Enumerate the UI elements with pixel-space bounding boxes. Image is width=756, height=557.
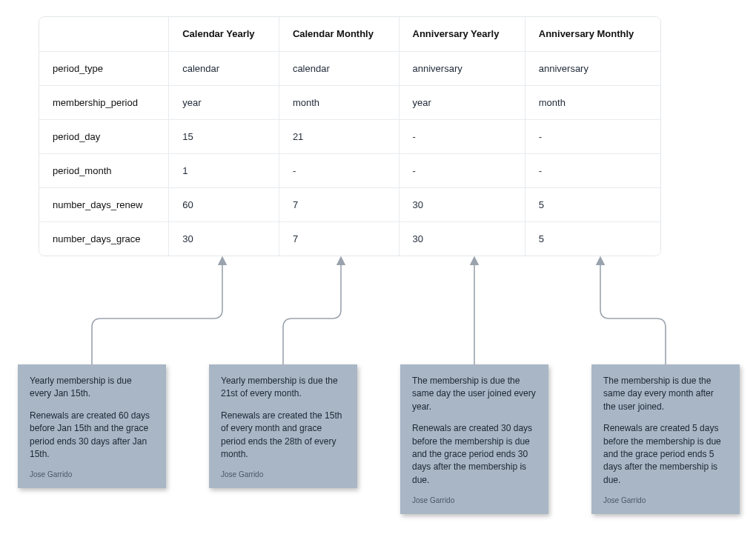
row-label: period_month bbox=[39, 153, 169, 187]
col-header-empty bbox=[39, 17, 169, 51]
col-header-anniversary-yearly: Anniversary Yearly bbox=[399, 17, 525, 51]
cell: anniversary bbox=[399, 51, 525, 85]
col-header-anniversary-monthly: Anniversary Monthly bbox=[525, 17, 660, 51]
cell: - bbox=[399, 119, 525, 153]
cell: 5 bbox=[525, 221, 660, 256]
note-paragraph: Renewals are created 5 days before the m… bbox=[603, 422, 728, 487]
note-paragraph: Renewals are created the 15th of every m… bbox=[221, 410, 345, 461]
note-anniversary-monthly: The membership is due the same day every… bbox=[591, 364, 740, 514]
cell: calendar bbox=[279, 51, 399, 85]
note-calendar-yearly: Yearly membership is due every Jan 15th.… bbox=[18, 364, 166, 488]
table: Calendar Yearly Calendar Monthly Anniver… bbox=[39, 17, 660, 256]
note-author: Jose Garrido bbox=[221, 470, 345, 481]
row-label: period_type bbox=[39, 51, 169, 85]
table-row: period_month 1 - - - bbox=[39, 153, 660, 187]
note-author: Jose Garrido bbox=[603, 496, 728, 507]
cell: anniversary bbox=[525, 51, 660, 85]
note-paragraph: Yearly membership is due every Jan 15th. bbox=[30, 375, 154, 401]
col-header-calendar-monthly: Calendar Monthly bbox=[279, 17, 399, 51]
cell: 5 bbox=[525, 187, 660, 221]
table-row: period_day 15 21 - - bbox=[39, 119, 660, 153]
cell: year bbox=[169, 85, 279, 119]
cell: month bbox=[279, 85, 399, 119]
cell: 60 bbox=[169, 187, 279, 221]
row-label: number_days_renew bbox=[39, 187, 169, 221]
cell: - bbox=[525, 153, 660, 187]
table-row: number_days_grace 30 7 30 5 bbox=[39, 221, 660, 256]
cell: year bbox=[399, 85, 525, 119]
note-paragraph: Renewals are created 30 days before the … bbox=[412, 422, 537, 487]
cell: 1 bbox=[169, 153, 279, 187]
table-row: membership_period year month year month bbox=[39, 85, 660, 119]
note-calendar-monthly: Yearly membership is due the 21st of eve… bbox=[209, 364, 357, 488]
note-paragraph: Renewals are created 60 days before Jan … bbox=[30, 410, 154, 461]
row-label: period_day bbox=[39, 119, 169, 153]
cell: 15 bbox=[169, 119, 279, 153]
arrow-to-calendar-yearly bbox=[92, 261, 222, 364]
note-author: Jose Garrido bbox=[30, 470, 154, 481]
note-paragraph: The membership is due the same day every… bbox=[603, 375, 728, 413]
arrow-to-anniversary-monthly bbox=[600, 261, 666, 364]
cell: 7 bbox=[279, 187, 399, 221]
row-label: membership_period bbox=[39, 85, 169, 119]
row-label: number_days_grace bbox=[39, 221, 169, 256]
cell: - bbox=[279, 153, 399, 187]
note-paragraph: Yearly membership is due the 21st of eve… bbox=[221, 375, 345, 401]
note-paragraph: The membership is due the same day the u… bbox=[412, 375, 537, 413]
arrow-to-calendar-monthly bbox=[283, 261, 341, 364]
table-header-row: Calendar Yearly Calendar Monthly Anniver… bbox=[39, 17, 660, 51]
cell: - bbox=[525, 119, 660, 153]
cell: 21 bbox=[279, 119, 399, 153]
cell: 30 bbox=[399, 221, 525, 256]
cell: month bbox=[525, 85, 660, 119]
table-row: number_days_renew 60 7 30 5 bbox=[39, 187, 660, 221]
settings-table: Calendar Yearly Calendar Monthly Anniver… bbox=[39, 16, 661, 256]
cell: calendar bbox=[169, 51, 279, 85]
col-header-calendar-yearly: Calendar Yearly bbox=[169, 17, 279, 51]
cell: 30 bbox=[169, 221, 279, 256]
cell: 30 bbox=[399, 187, 525, 221]
cell: - bbox=[399, 153, 525, 187]
note-author: Jose Garrido bbox=[412, 496, 537, 507]
cell: 7 bbox=[279, 221, 399, 256]
note-anniversary-yearly: The membership is due the same day the u… bbox=[400, 364, 548, 514]
table-row: period_type calendar calendar anniversar… bbox=[39, 51, 660, 85]
